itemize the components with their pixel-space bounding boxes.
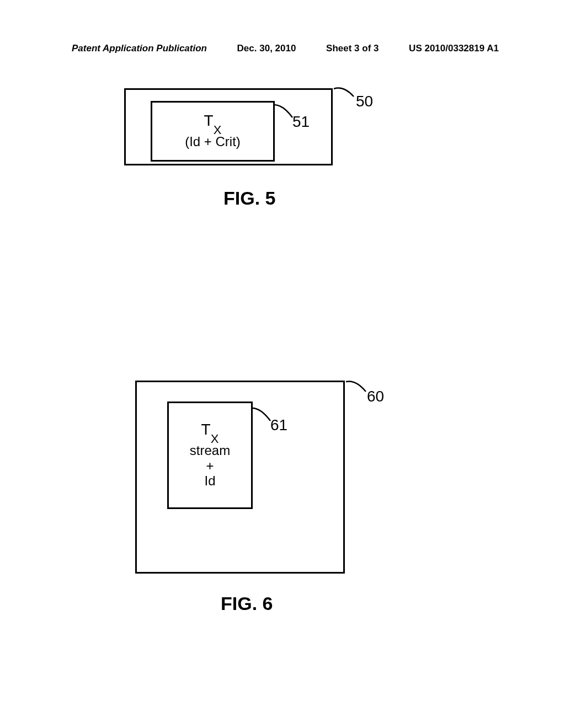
fig5-inner-box: TX (Id + Crit) bbox=[151, 101, 275, 162]
fig6-outer-box: TX stream + Id bbox=[135, 381, 345, 574]
figure-5: TX (Id + Crit) 51 50 bbox=[124, 88, 356, 165]
figure-6: TX stream + Id 61 60 bbox=[135, 381, 361, 574]
fig5-tx-label: TX bbox=[204, 113, 222, 132]
fig5-subtitle: (Id + Crit) bbox=[185, 134, 241, 149]
ref-60: 60 bbox=[367, 388, 384, 405]
sheet-number: Sheet 3 of 3 bbox=[326, 43, 379, 54]
publication-type: Patent Application Publication bbox=[72, 43, 207, 54]
fig6-line2: stream bbox=[190, 443, 230, 458]
fig6-line3: + bbox=[206, 458, 214, 474]
publication-date: Dec. 30, 2010 bbox=[237, 43, 296, 54]
ref-51: 51 bbox=[292, 113, 310, 131]
publication-number: US 2010/0332819 A1 bbox=[409, 43, 499, 54]
fig6-inner-box: TX stream + Id bbox=[167, 402, 253, 509]
fig6-line4: Id bbox=[204, 473, 215, 489]
ref-61: 61 bbox=[270, 416, 287, 434]
page-header: Patent Application Publication Dec. 30, … bbox=[0, 43, 565, 54]
fig5-caption: FIG. 5 bbox=[223, 188, 275, 209]
fig6-caption: FIG. 6 bbox=[221, 593, 273, 614]
ref-50: 50 bbox=[356, 93, 373, 110]
fig6-tx-label: TX bbox=[201, 422, 219, 441]
